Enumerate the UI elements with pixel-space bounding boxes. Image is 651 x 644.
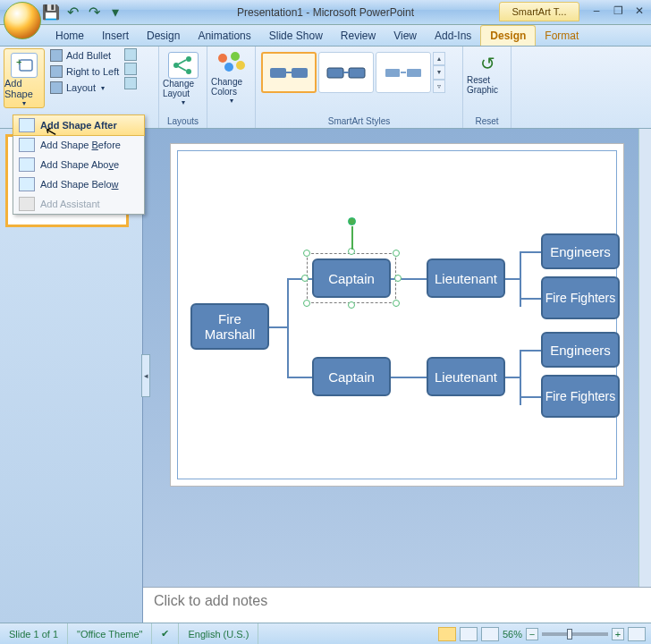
layout-icon [50,81,63,94]
redo-icon[interactable]: ↷ [86,4,102,20]
zoom-in-button[interactable]: + [612,628,624,640]
close-button[interactable]: ✕ [631,4,647,18]
tab-smartart-design[interactable]: Design [480,25,536,46]
node-firefighters-2[interactable]: Fire Fighters [541,375,620,418]
dd-add-shape-below[interactable]: Add Shape Below [13,174,144,194]
zoom-out-button[interactable]: − [526,628,538,640]
vertical-scrollbar[interactable] [638,129,651,623]
promote-icon[interactable] [124,48,137,61]
tab-slideshow[interactable]: Slide Show [260,26,332,46]
dd-add-shape-before[interactable]: Add Shape Before [13,135,144,155]
group-reset: ↺ Reset Graphic Reset [463,47,512,128]
group-label-colors [211,125,251,128]
add-bullet-button[interactable]: Add Bullet [48,48,121,63]
svg-rect-8 [292,68,308,78]
svg-point-4 [186,69,191,74]
style-thumb-3[interactable] [376,52,431,93]
restore-button[interactable]: ❐ [610,4,626,18]
text-pane-icon[interactable] [124,77,137,89]
smartart-selection-frame[interactable]: ∙∙∙∙ ∙∙∙∙ ∙∙∙∙ ∙∙∙∙ Fire Marshall Captai… [177,150,617,479]
qat-more-icon[interactable]: ▾ [107,4,123,20]
spellcheck-icon[interactable]: ✔ [152,623,179,644]
ribbon-tabs: Home Insert Design Animations Slide Show… [0,25,651,47]
style-gallery-scroll[interactable]: ▴▾▿ [433,52,445,93]
svg-line-6 [178,66,186,71]
dd-add-shape-above[interactable]: Add Shape Above [13,155,144,174]
title-bar: 💾 ↶ ↷ ▾ Presentation1 - Microsoft PowerP… [0,0,651,25]
group-label-layouts: Layouts [163,115,203,128]
group-change-colors: Change Colors▾ [207,47,256,128]
change-colors-button[interactable]: Change Colors▾ [211,48,252,105]
change-layout-button[interactable]: Change Layout▾ [163,48,204,106]
change-colors-icon [216,52,247,77]
group-layouts: Change Layout▾ Layouts [159,47,207,128]
reset-icon: ↺ [474,52,501,75]
svg-point-3 [186,56,191,62]
demote-icon[interactable] [124,63,137,75]
tab-home[interactable]: Home [46,26,93,46]
node-firefighters-1[interactable]: Fire Fighters [541,276,620,319]
office-button[interactable] [4,2,41,39]
contextual-tab-title: SmartArt T... [499,2,579,21]
add-above-icon [19,157,35,172]
node-lieutenant-2[interactable]: Lieutenant [427,357,505,396]
text-pane-toggle[interactable]: ◂ [141,354,150,397]
group-label-styles: SmartArt Styles [259,115,459,128]
add-shape-dropdown: Add Shape After Add Shape Before Add Sha… [13,114,145,215]
tab-design[interactable]: Design [138,26,189,46]
layout-button[interactable]: Layout▾ [48,80,121,95]
dd-add-assistant: Add Assistant [13,194,144,214]
status-language[interactable]: English (U.S.) [179,623,258,644]
smartart-diagram: Fire Marshall Captain Lieutenant Enginee… [190,162,604,468]
save-icon[interactable]: 💾 [43,4,59,20]
rtl-icon [50,65,63,78]
node-root[interactable]: Fire Marshall [190,303,269,350]
undo-icon[interactable]: ↶ [64,4,80,20]
add-shape-icon: + [11,53,38,78]
svg-rect-13 [385,68,401,78]
bullet-icon [50,49,63,62]
zoom-level: 56% [503,629,522,640]
minimize-button[interactable]: – [588,4,604,18]
fit-to-window-button[interactable] [628,627,646,641]
window-title: Presentation1 - Microsoft PowerPoint [237,6,414,19]
zoom-slider[interactable] [542,632,608,636]
add-after-icon [19,118,35,132]
change-layout-icon [168,52,199,79]
svg-rect-11 [349,68,365,78]
node-captain-2[interactable]: Captain [312,357,391,396]
status-slide-number: Slide 1 of 1 [0,623,68,644]
tab-smartart-format[interactable]: Format [536,26,588,46]
tab-review[interactable]: Review [332,26,385,46]
tab-view[interactable]: View [385,26,426,46]
tab-addins[interactable]: Add-Ins [426,26,480,46]
status-bar: Slide 1 of 1 "Office Theme" ✔ English (U… [0,623,651,644]
node-selection-box[interactable] [307,253,396,303]
group-smartart-styles: ▴▾▿ SmartArt Styles [256,47,463,128]
style-thumb-2[interactable] [318,52,374,93]
add-shape-label: Add Shape [4,78,44,99]
tab-animations[interactable]: Animations [189,26,259,46]
notes-pane[interactable]: Click to add notes [143,587,651,623]
node-lieutenant-1[interactable]: Lieutenant [427,258,505,298]
node-engineers-1[interactable]: Engineers [541,233,620,269]
right-to-left-button[interactable]: Right to Left [48,64,121,79]
view-slideshow-button[interactable] [481,627,499,641]
svg-rect-14 [406,68,422,78]
add-shape-button[interactable]: + Add Shape ▾ [4,48,45,108]
view-normal-button[interactable] [438,627,456,641]
slide-canvas[interactable]: ∙∙∙∙ ∙∙∙∙ ∙∙∙∙ ∙∙∙∙ Fire Marshall Captai… [170,143,624,487]
tab-insert[interactable]: Insert [93,26,138,46]
svg-rect-7 [270,68,286,78]
node-engineers-2[interactable]: Engineers [541,332,620,368]
quick-access-toolbar: 💾 ↶ ↷ ▾ [43,4,123,20]
svg-line-5 [178,60,186,64]
style-thumb-1[interactable] [261,52,317,93]
view-sorter-button[interactable] [460,627,478,641]
dd-add-shape-after[interactable]: Add Shape After [13,114,145,136]
reset-graphic-button[interactable]: ↺ Reset Graphic [467,48,508,95]
svg-rect-10 [327,68,343,78]
rotation-handle[interactable] [348,217,356,225]
add-assistant-icon [19,197,35,211]
add-below-icon [19,177,35,191]
